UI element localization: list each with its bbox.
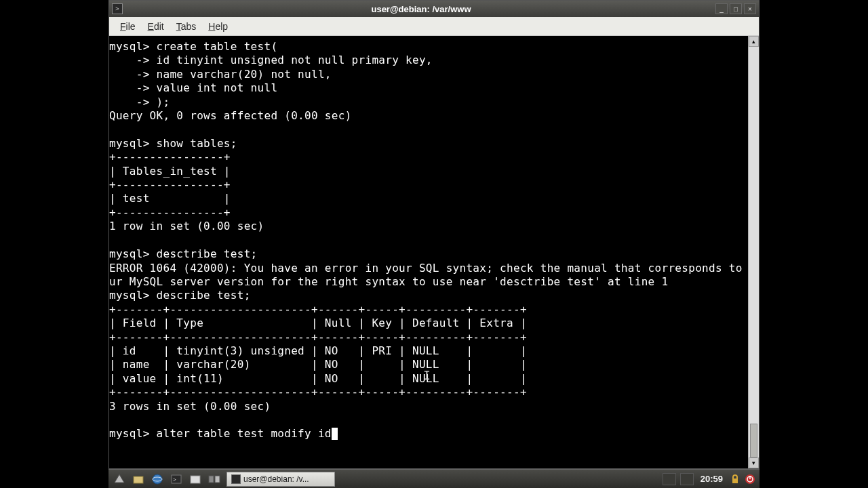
scrollbar[interactable]: ▴ ▾: [748, 36, 759, 468]
menu-help-rest: elp: [215, 21, 228, 32]
window-title: user@debian: /var/www: [127, 4, 715, 14]
menu-file[interactable]: File: [115, 19, 141, 34]
lock-icon[interactable]: [730, 474, 741, 485]
taskbar-terminal-icon: [231, 474, 241, 484]
terminal-launcher-icon[interactable]: >: [168, 472, 184, 487]
svg-rect-6: [191, 476, 200, 483]
workspace-switcher-icon[interactable]: [206, 472, 222, 487]
terminal-area: mysql> create table test( -> id tinyint …: [109, 36, 759, 468]
menu-file-rest: ile: [126, 21, 136, 32]
terminal-app-icon: [112, 3, 123, 14]
menu-edit-rest: dit: [154, 21, 164, 32]
svg-rect-7: [209, 476, 214, 483]
system-tray: 20:59: [663, 473, 758, 485]
clock[interactable]: 20:59: [698, 474, 726, 484]
text-cursor: [332, 428, 338, 440]
maximize-button[interactable]: □: [730, 3, 742, 14]
menubar: File Edit Tabs Help: [109, 17, 759, 36]
tray-slot-2[interactable]: [680, 473, 694, 485]
show-desktop-icon[interactable]: [187, 472, 203, 487]
svg-rect-8: [215, 476, 220, 483]
terminal-window: user@debian: /var/www _ □ × File Edit Ta…: [108, 0, 760, 469]
menu-edit[interactable]: Edit: [142, 19, 170, 34]
start-menu-icon[interactable]: [111, 472, 127, 487]
svg-rect-9: [732, 479, 738, 483]
menu-tabs[interactable]: Tabs: [171, 19, 202, 34]
tray-slot-1[interactable]: [663, 473, 676, 485]
menu-help[interactable]: Help: [203, 19, 233, 34]
terminal-text: mysql> create table test( -> id tinyint …: [109, 40, 748, 440]
svg-rect-1: [134, 476, 143, 483]
svg-text:>: >: [173, 476, 176, 483]
minimize-button[interactable]: _: [715, 3, 728, 14]
svg-point-2: [153, 474, 162, 484]
svg-marker-0: [115, 474, 124, 483]
screen-background: user@debian: /var/www _ □ × File Edit Ta…: [0, 0, 868, 488]
scroll-up-button[interactable]: ▴: [749, 36, 759, 47]
menu-tabs-rest: abs: [181, 21, 197, 32]
window-titlebar[interactable]: user@debian: /var/www _ □ ×: [109, 1, 759, 17]
file-manager-icon[interactable]: [130, 472, 146, 487]
close-button[interactable]: ×: [744, 3, 756, 14]
browser-icon[interactable]: [149, 472, 165, 487]
window-controls: _ □ ×: [715, 3, 756, 14]
terminal-output[interactable]: mysql> create table test( -> id tinyint …: [109, 36, 748, 468]
power-icon[interactable]: [745, 474, 755, 485]
taskbar[interactable]: > user@debian: /v... 20:59: [108, 469, 760, 488]
scroll-down-button[interactable]: ▾: [749, 458, 759, 468]
taskbar-app-terminal[interactable]: user@debian: /v...: [226, 472, 335, 487]
scroll-thumb[interactable]: [750, 424, 757, 458]
taskbar-app-label: user@debian: /v...: [243, 474, 309, 484]
